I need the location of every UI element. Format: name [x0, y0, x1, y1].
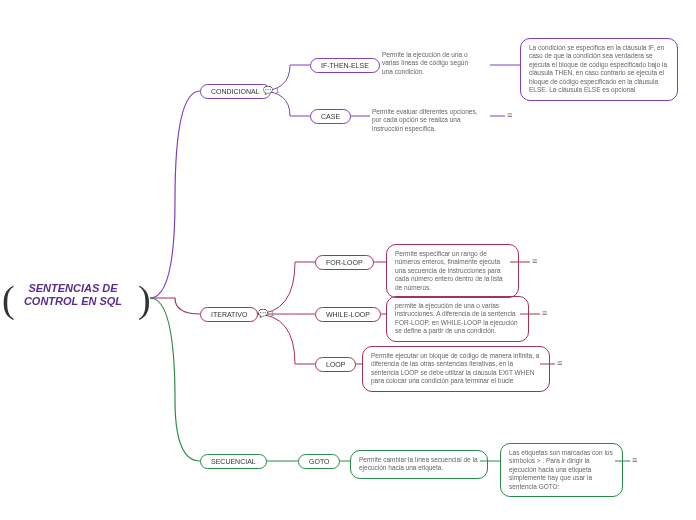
node-iterativo[interactable]: ITERATIVO: [200, 307, 258, 322]
node-case[interactable]: CASE: [310, 109, 351, 124]
bracket-right: ): [138, 277, 151, 321]
desc-case: Permite evaluar diferentes opciones, por…: [372, 108, 487, 133]
comment-icon[interactable]: 💬 1: [263, 86, 280, 95]
node-secuencial[interactable]: SECUENCIAL: [200, 454, 267, 469]
desc-ifthenelse: Permite la ejecución de una o varias lín…: [382, 51, 477, 76]
node-loop[interactable]: LOOP: [315, 357, 356, 372]
detail-ifthenelse: La condición se especifica en la cláusul…: [520, 38, 678, 101]
node-ifthenelse[interactable]: IF-THEN-ELSE: [310, 58, 380, 73]
menu-icon[interactable]: ≡: [632, 455, 637, 465]
desc-goto: Permite cambiar la línea secuencial de l…: [350, 450, 488, 479]
menu-icon[interactable]: ≡: [542, 308, 547, 318]
menu-icon[interactable]: ≡: [557, 358, 562, 368]
detail-goto: Las etiquetas son marcadas con los símbo…: [500, 443, 623, 497]
node-goto[interactable]: GOTO: [298, 454, 340, 469]
menu-icon[interactable]: ≡: [507, 110, 512, 120]
menu-icon[interactable]: ≡: [532, 256, 537, 266]
root-title: SENTENCIAS DE CONTROL EN SQL: [8, 282, 138, 308]
node-condicional[interactable]: CONDICIONAL: [200, 84, 271, 99]
desc-whileloop: permite la ejecución de una o varias ins…: [386, 296, 529, 342]
desc-loop: Permite ejecutar un bloque de código de …: [362, 346, 550, 392]
desc-forloop: Permite especificar un rango de números …: [386, 244, 519, 298]
node-whileloop[interactable]: WHILE-LOOP: [315, 307, 381, 322]
comment-icon[interactable]: 💬 1: [258, 309, 275, 318]
node-forloop[interactable]: FOR-LOOP: [315, 255, 374, 270]
